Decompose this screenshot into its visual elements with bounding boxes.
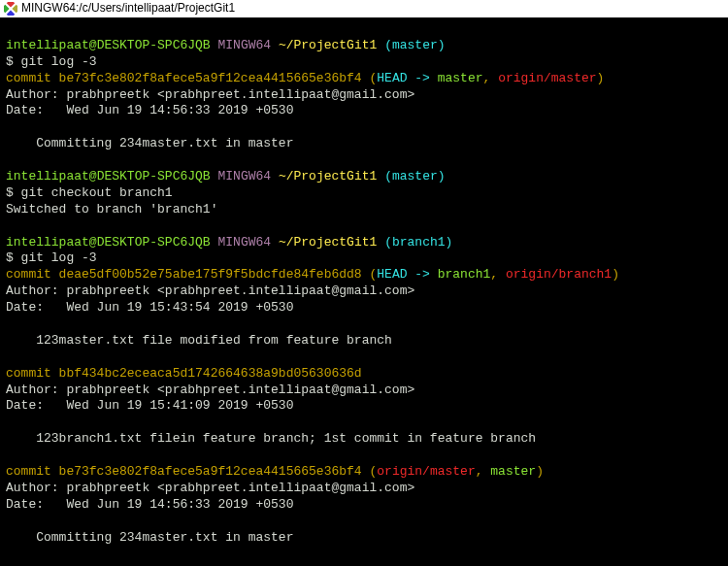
date-line: Date: Wed Jun 19 14:56:33 2019 +0530 [6,497,722,514]
window-title: MINGW64:/c/Users/intellipaat/ProjectGit1 [21,1,235,17]
date-line: Date: Wed Jun 19 15:41:09 2019 +0530 [6,398,722,415]
output-line: Switched to branch 'branch1' [6,202,722,218]
commit-line: commit bbf434bc2eceaca5d1742664638a9bd05… [6,366,722,383]
svg-rect-1 [4,5,10,13]
author-line: Author: prabhpreetk <prabhpreet.intellip… [6,283,722,300]
prompt-line: intellipaat@DESKTOP-SPC6JQB MINGW64 ~/Pr… [6,169,722,185]
author-line: Author: prabhpreetk <prabhpreet.intellip… [6,481,722,497]
svg-rect-2 [12,5,17,13]
command-line: $ git checkout branch1 [6,185,722,202]
command-line: $ git log -3 [6,54,722,71]
date-line: Date: Wed Jun 19 15:43:54 2019 +0530 [6,300,722,316]
commit-line: commit deae5df00b52e75abe175f9f5bdcfde84… [6,267,722,283]
svg-rect-3 [7,10,15,16]
commit-line: commit be73fc3e802f8afece5a9f12cea441566… [6,71,722,87]
terminal-content[interactable]: intellipaat@DESKTOP-SPC6JQB MINGW64 ~/Pr… [0,17,728,550]
date-line: Date: Wed Jun 19 14:56:33 2019 +0530 [6,103,722,119]
git-bash-icon [4,2,17,16]
commit-msg: Committing 234master.txt in master [6,136,722,152]
commit-msg: 123master.txt file modified from feature… [6,333,722,350]
commit-msg: 123branch1.txt filein feature branch; 1s… [6,431,722,448]
commit-msg: Committing 234master.txt in master [6,530,722,547]
author-line: Author: prabhpreetk <prabhpreet.intellip… [6,383,722,399]
command-line: $ git log -3 [6,250,722,267]
prompt-line: intellipaat@DESKTOP-SPC6JQB MINGW64 ~/Pr… [6,38,722,54]
commit-line: commit be73fc3e802f8afece5a9f12cea441566… [6,464,722,481]
prompt-line: intellipaat@DESKTOP-SPC6JQB MINGW64 ~/Pr… [6,235,722,251]
title-bar: MINGW64:/c/Users/intellipaat/ProjectGit1 [0,0,728,17]
author-line: Author: prabhpreetk <prabhpreet.intellip… [6,87,722,104]
svg-rect-0 [7,2,15,8]
